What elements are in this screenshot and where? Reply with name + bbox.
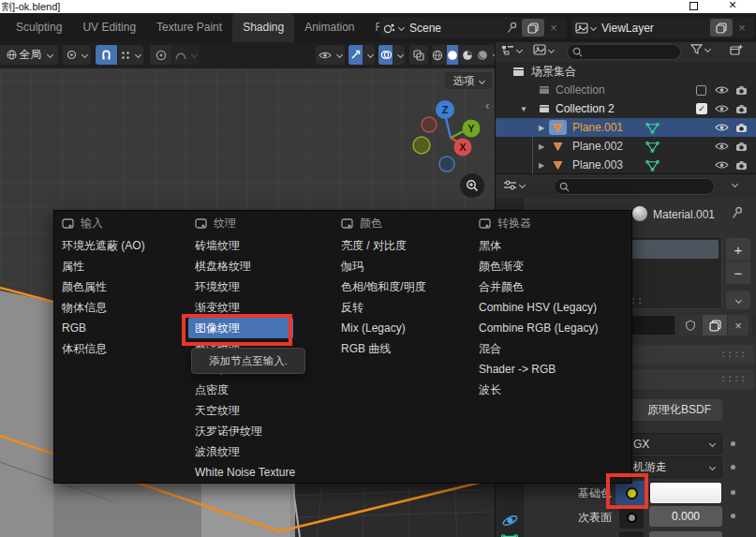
next-value-field[interactable] xyxy=(649,531,722,537)
eye-icon[interactable] xyxy=(715,123,729,132)
remove-slot-button[interactable]: − xyxy=(726,261,750,284)
menu-item-invert[interactable]: 反转 xyxy=(334,297,470,318)
camera-visibility-icon[interactable] xyxy=(735,104,748,114)
expand-closed-icon[interactable]: ▶ xyxy=(539,161,544,170)
zoom-button[interactable] xyxy=(460,173,484,198)
row-plane-001-selected[interactable]: ▶ Plane.001 xyxy=(496,118,756,137)
tab-texture-paint[interactable]: Texture Paint xyxy=(146,13,232,42)
options-button[interactable]: 选项 xyxy=(445,72,492,89)
menu-item-wave-texture[interactable]: 波浪纹理 xyxy=(188,441,331,462)
expand-open-icon[interactable]: ▼ xyxy=(520,105,527,113)
menu-item-point-density[interactable]: 点密度 xyxy=(188,380,331,400)
expand-closed-icon[interactable]: ▶ xyxy=(539,142,544,151)
row-collection2[interactable]: ▼ Collection 2 ✓ xyxy=(496,99,756,118)
menu-item-rgb-curves[interactable]: RGB 曲线 xyxy=(334,338,470,359)
editor-type-dropdown[interactable] xyxy=(503,179,525,191)
maximize-button[interactable] xyxy=(689,2,698,10)
tab-object-data[interactable] xyxy=(501,533,518,537)
outliner-search-input[interactable] xyxy=(567,44,681,60)
fake-user-button[interactable] xyxy=(679,315,702,336)
filter-collection-dropdown[interactable] xyxy=(533,44,554,55)
row-plane-002[interactable]: ▶ Plane.002 xyxy=(496,137,756,156)
menu-item-gamma[interactable]: 伽玛 xyxy=(334,256,470,276)
menu-item-shader-to-rgb[interactable]: Shader -> RGB xyxy=(472,359,630,380)
menu-item-combine-rgb-legacy[interactable]: Combine RGB (Legacy) xyxy=(472,318,630,338)
viewlayer-name[interactable]: ViewLayer xyxy=(601,22,654,35)
overlays-dropdown[interactable] xyxy=(395,52,405,57)
menu-item-bright-contrast[interactable]: 亮度 / 对比度 xyxy=(334,235,470,256)
menu-item-white-noise-texture[interactable]: White Noise Texture xyxy=(188,462,331,483)
new-material-button[interactable] xyxy=(703,315,727,336)
menu-item-combine-hsv-legacy[interactable]: Combine HSV (Legacy) xyxy=(472,297,630,318)
row-scene-collection[interactable]: 场景集合 xyxy=(496,62,756,81)
new-viewlayer-icon[interactable] xyxy=(710,19,733,37)
surface-shader-button[interactable]: 原理化BSDF xyxy=(617,399,722,421)
overlays-toggle[interactable] xyxy=(378,45,393,65)
shading-wireframe-button[interactable] xyxy=(432,45,444,65)
link-target-dropdown[interactable] xyxy=(752,315,756,336)
menu-item-hue-saturation[interactable]: 色相/饱和度/明度 xyxy=(334,276,470,297)
collection-checkbox-unchecked[interactable] xyxy=(696,85,706,96)
display-mode-dropdown[interactable] xyxy=(501,44,522,56)
remove-viewlayer-icon[interactable]: × xyxy=(733,19,751,37)
menu-item-mix-legacy[interactable]: Mix (Legacy) xyxy=(334,318,470,338)
material-slot-selected[interactable] xyxy=(621,240,719,259)
row-collection[interactable]: Collection xyxy=(496,81,756,99)
tab-sculpting[interactable]: Sculpting xyxy=(6,13,72,42)
properties-search-input[interactable] xyxy=(554,178,715,195)
new-scene-icon[interactable] xyxy=(522,19,544,37)
menu-item-sky-texture[interactable]: 天空纹理 xyxy=(188,400,331,421)
navigation-gizmo[interactable]: Z Y X xyxy=(410,89,485,183)
menu-item-environment-texture[interactable]: 环境纹理 xyxy=(188,276,331,297)
eye-icon[interactable] xyxy=(715,85,729,95)
distribution-dropdown[interactable]: GX xyxy=(617,433,722,455)
unlink-material-button[interactable]: × xyxy=(728,315,749,336)
snap-target-dropdown[interactable] xyxy=(118,45,143,65)
menu-item-color-attribute[interactable]: 颜色属性 xyxy=(55,276,186,297)
eye-icon[interactable] xyxy=(715,142,729,151)
unlink-scene-icon[interactable]: × xyxy=(544,19,563,37)
subsurface-value-field[interactable]: 0.000 xyxy=(649,506,722,527)
gizmo-dropdown[interactable] xyxy=(365,52,375,57)
xray-toggle[interactable] xyxy=(409,45,428,65)
material-slots-list[interactable]: ::: xyxy=(617,236,722,309)
snap-toggle[interactable] xyxy=(96,45,117,65)
proportional-editing-toggle[interactable] xyxy=(150,45,171,65)
base-color-swatch[interactable] xyxy=(649,482,722,504)
keyframe-dot[interactable] xyxy=(731,490,735,495)
slot-specials-dropdown[interactable] xyxy=(726,291,750,309)
panel-header[interactable]: :::: xyxy=(625,345,754,365)
new-collection-button[interactable] xyxy=(730,44,743,56)
menu-item-checker-texture[interactable]: 棋盘格纹理 xyxy=(188,256,331,276)
shading-rendered-button[interactable] xyxy=(476,45,488,65)
shading-material-button[interactable] xyxy=(461,45,473,65)
camera-visibility-icon[interactable] xyxy=(735,160,748,171)
camera-visibility-icon[interactable] xyxy=(735,85,748,96)
properties-options-dropdown[interactable] xyxy=(730,182,737,186)
tab-uv-editing[interactable]: UV Editing xyxy=(72,13,146,42)
panel-drag-dots[interactable]: :::: xyxy=(720,349,747,359)
menu-item-wavelength[interactable]: 波长 xyxy=(472,380,630,400)
close-button[interactable]: × xyxy=(729,0,736,12)
gizmo-toggle[interactable] xyxy=(348,45,363,65)
shading-solid-button[interactable] xyxy=(447,45,459,65)
menu-item-rgb[interactable]: RGB xyxy=(55,318,186,338)
menu-item-color-ramp[interactable]: 颜色渐变 xyxy=(472,256,630,276)
eye-icon[interactable] xyxy=(715,160,729,170)
pin-icon[interactable] xyxy=(503,19,522,37)
collection-checkbox-checked[interactable]: ✓ xyxy=(696,103,707,114)
tab-animation[interactable]: Animation xyxy=(294,13,364,42)
breadcrumb-material-name[interactable]: Material.001 xyxy=(653,208,715,221)
eye-icon[interactable] xyxy=(715,104,729,113)
menu-item-mix[interactable]: 混合 xyxy=(472,338,630,359)
keyframe-dot[interactable] xyxy=(731,441,735,446)
camera-visibility-icon[interactable] xyxy=(735,142,748,152)
expand-closed-icon[interactable]: ▶ xyxy=(539,124,544,132)
pin-icon[interactable] xyxy=(732,206,744,219)
keyframe-dot[interactable] xyxy=(731,465,735,470)
menu-item-attribute[interactable]: 属性 xyxy=(55,256,186,276)
add-slot-button[interactable]: + xyxy=(726,238,750,261)
menu-item-object-info[interactable]: 物体信息 xyxy=(55,297,186,318)
sidebar-collapse-arrow[interactable]: ‹ xyxy=(485,98,489,112)
filter-dropdown[interactable] xyxy=(690,44,710,54)
